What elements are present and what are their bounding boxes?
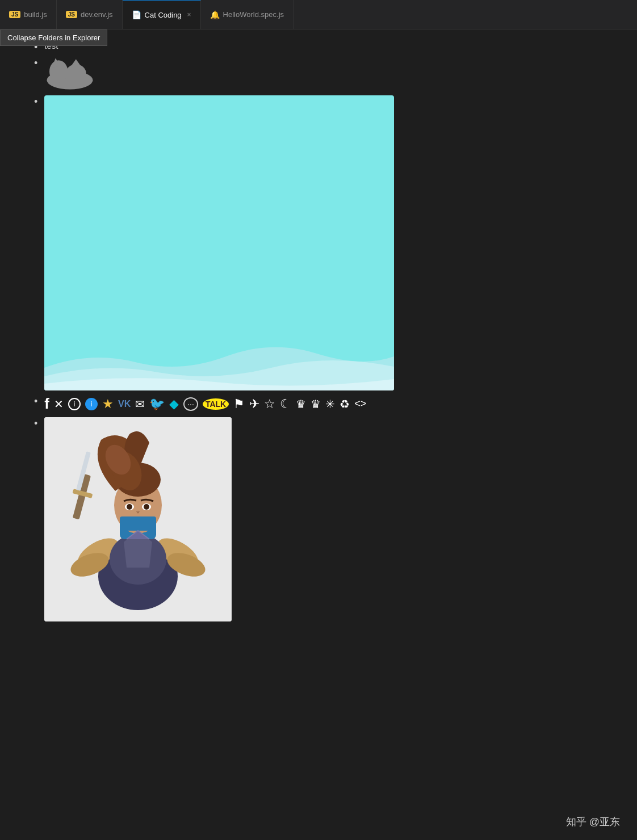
list-item-test: • test xyxy=(34,41,637,52)
list-item-cloud: • xyxy=(34,57,637,91)
teal-scene xyxy=(44,95,394,390)
tab-catcoding[interactable]: 📄 Cat Coding × xyxy=(123,0,201,29)
twitter-icon: 🐦 xyxy=(149,397,165,411)
svg-point-22 xyxy=(144,504,149,510)
crown2-icon: ♛ xyxy=(311,397,321,411)
bullet-dot-3: • xyxy=(34,96,37,107)
svg-marker-4 xyxy=(71,59,81,66)
bullet-dot-5: • xyxy=(34,418,37,429)
list-item-icons: • f ✕ i i ★ VK ✉ 🐦 ◆ ··· TALK ⚑ ✈ ☆ ☾ ♛ … xyxy=(34,395,637,413)
tab-bar: JS build.js JS dev.env.js 📄 Cat Coding ×… xyxy=(0,0,637,30)
chat-dots-icon: ··· xyxy=(183,397,198,411)
recycle-icon: ♻ xyxy=(340,397,350,411)
collapse-folders-tooltip: Collapse Folders in Explorer xyxy=(0,30,107,46)
file-icon: 📄 xyxy=(132,10,141,19)
js-badge-dev: JS xyxy=(66,11,77,18)
main-content: • test • • xyxy=(0,30,637,621)
star-icon: ★ xyxy=(102,397,114,411)
svg-point-2 xyxy=(66,64,86,82)
character-illustration xyxy=(44,417,232,621)
flag-icon: ⚑ xyxy=(233,397,245,411)
x-icon: ✕ xyxy=(54,397,64,411)
tab-build-label: build.js xyxy=(24,10,47,19)
code-icon: <> xyxy=(354,398,366,410)
send-icon: ✈ xyxy=(249,397,259,411)
tab-catcoding-label: Cat Coding xyxy=(145,11,182,19)
svg-rect-23 xyxy=(120,516,156,531)
tab-dev[interactable]: JS dev.env.js xyxy=(57,0,123,29)
vk-icon: VK xyxy=(118,399,131,409)
tab-dev-label: dev.env.js xyxy=(81,10,113,19)
info-circle-icon: i xyxy=(68,398,81,410)
kakao-talk-icon: TALK xyxy=(203,398,229,410)
tab-build[interactable]: JS build.js xyxy=(0,0,57,29)
asterisk-icon: ✳ xyxy=(325,397,335,411)
footer-attribution: 知乎 @亚东 xyxy=(566,815,620,829)
bullet-dot-2: • xyxy=(34,58,37,68)
info-blue-icon: i xyxy=(85,398,98,410)
tab-helloworld-label: HelloWorld.spec.js xyxy=(223,10,284,19)
email-icon: ✉ xyxy=(135,397,145,411)
cat-cloud-shape xyxy=(44,57,95,91)
facebook-icon: f xyxy=(44,395,49,413)
diamond-icon: ◆ xyxy=(169,397,179,411)
icon-row: f ✕ i i ★ VK ✉ 🐦 ◆ ··· TALK ⚑ ✈ ☆ ☾ ♛ ♛ … xyxy=(44,395,366,413)
star2-icon: ☆ xyxy=(264,397,275,411)
svg-point-20 xyxy=(127,504,132,510)
crown1-icon: ♛ xyxy=(296,397,306,411)
close-icon[interactable]: × xyxy=(187,11,191,19)
bullet-dot-4: • xyxy=(34,396,37,406)
js-badge-build: JS xyxy=(9,11,20,18)
spec-icon: 🔔 xyxy=(210,10,220,19)
moon-icon: ☾ xyxy=(280,397,291,411)
list-item-scene: • xyxy=(34,95,637,390)
list-item-character: • xyxy=(34,417,637,621)
tab-helloworld[interactable]: 🔔 HelloWorld.spec.js xyxy=(201,0,294,29)
